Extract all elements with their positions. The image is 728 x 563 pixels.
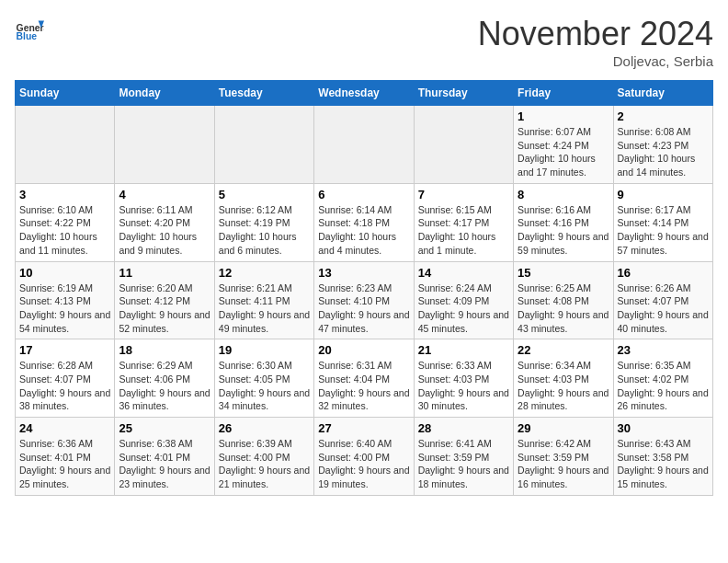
day-info: Sunrise: 6:16 AM Sunset: 4:16 PM Dayligh… [518,203,609,258]
day-number: 21 [418,343,509,357]
day-info: Sunrise: 6:39 AM Sunset: 4:00 PM Dayligh… [219,437,310,491]
day-number: 27 [318,421,409,435]
calendar-cell [314,106,414,184]
day-number: 10 [19,266,110,280]
calendar-week-row: 24Sunrise: 6:36 AM Sunset: 4:01 PM Dayli… [16,418,713,496]
calendar-cell [16,106,115,184]
day-info: Sunrise: 6:19 AM Sunset: 4:13 PM Dayligh… [19,282,110,336]
calendar-header-row: SundayMondayTuesdayWednesdayThursdayFrid… [16,81,713,106]
day-info: Sunrise: 6:30 AM Sunset: 4:05 PM Dayligh… [219,359,310,413]
day-number: 16 [618,266,709,280]
calendar-table: SundayMondayTuesdayWednesdayThursdayFrid… [15,80,713,496]
day-number: 19 [219,343,310,357]
calendar-cell: 13Sunrise: 6:23 AM Sunset: 4:10 PM Dayli… [314,261,414,339]
day-info: Sunrise: 6:33 AM Sunset: 4:03 PM Dayligh… [418,359,509,413]
calendar-cell: 19Sunrise: 6:30 AM Sunset: 4:05 PM Dayli… [214,339,313,418]
day-number: 30 [618,421,709,435]
calendar-cell: 11Sunrise: 6:20 AM Sunset: 4:12 PM Dayli… [115,261,214,339]
day-number: 26 [219,421,310,435]
calendar-cell: 14Sunrise: 6:24 AM Sunset: 4:09 PM Dayli… [414,261,513,339]
day-info: Sunrise: 6:12 AM Sunset: 4:19 PM Dayligh… [219,203,310,258]
day-info: Sunrise: 6:40 AM Sunset: 4:00 PM Dayligh… [318,437,409,491]
calendar-cell: 25Sunrise: 6:38 AM Sunset: 4:01 PM Dayli… [115,418,214,496]
calendar-cell: 5Sunrise: 6:12 AM Sunset: 4:19 PM Daylig… [214,183,313,261]
day-number: 22 [518,343,609,357]
day-info: Sunrise: 6:08 AM Sunset: 4:23 PM Dayligh… [618,125,709,179]
calendar-cell: 15Sunrise: 6:25 AM Sunset: 4:08 PM Dayli… [514,261,613,339]
day-number: 25 [119,421,210,435]
calendar-cell: 28Sunrise: 6:41 AM Sunset: 3:59 PM Dayli… [414,418,513,496]
day-number: 18 [119,343,210,357]
logo: General Blue [15,15,44,44]
day-number: 11 [119,266,210,280]
day-of-week-header: Tuesday [214,81,313,106]
day-number: 14 [418,266,509,280]
day-info: Sunrise: 6:14 AM Sunset: 4:18 PM Dayligh… [318,203,409,258]
calendar-cell: 22Sunrise: 6:34 AM Sunset: 4:03 PM Dayli… [514,339,613,418]
day-info: Sunrise: 6:31 AM Sunset: 4:04 PM Dayligh… [318,359,409,413]
day-number: 8 [518,188,609,201]
calendar-week-row: 3Sunrise: 6:10 AM Sunset: 4:22 PM Daylig… [16,183,713,261]
calendar-cell: 8Sunrise: 6:16 AM Sunset: 4:16 PM Daylig… [514,183,613,261]
calendar-cell: 26Sunrise: 6:39 AM Sunset: 4:00 PM Dayli… [214,418,313,496]
calendar-week-row: 1Sunrise: 6:07 AM Sunset: 4:24 PM Daylig… [16,106,713,184]
day-of-week-header: Wednesday [314,81,414,106]
calendar-cell: 9Sunrise: 6:17 AM Sunset: 4:14 PM Daylig… [613,183,712,261]
day-number: 12 [219,266,310,280]
day-number: 24 [19,421,110,435]
day-number: 13 [318,266,409,280]
day-info: Sunrise: 6:11 AM Sunset: 4:20 PM Dayligh… [119,203,210,258]
day-info: Sunrise: 6:25 AM Sunset: 4:08 PM Dayligh… [518,282,609,336]
day-info: Sunrise: 6:29 AM Sunset: 4:06 PM Dayligh… [119,359,210,413]
calendar-cell [115,106,214,184]
calendar-cell: 30Sunrise: 6:43 AM Sunset: 3:58 PM Dayli… [613,418,712,496]
day-info: Sunrise: 6:26 AM Sunset: 4:07 PM Dayligh… [618,282,709,336]
title-block: November 2024 Doljevac, Serbia [478,15,713,69]
day-info: Sunrise: 6:43 AM Sunset: 3:58 PM Dayligh… [618,437,709,491]
day-of-week-header: Thursday [414,81,513,106]
day-number: 2 [618,109,709,123]
day-number: 5 [219,188,310,201]
calendar-cell: 12Sunrise: 6:21 AM Sunset: 4:11 PM Dayli… [214,261,313,339]
day-of-week-header: Saturday [613,81,712,106]
day-number: 28 [418,421,509,435]
calendar-cell: 20Sunrise: 6:31 AM Sunset: 4:04 PM Dayli… [314,339,414,418]
page-header: General Blue November 2024 Doljevac, Ser… [15,15,713,69]
calendar-cell: 1Sunrise: 6:07 AM Sunset: 4:24 PM Daylig… [514,106,613,184]
day-number: 6 [318,188,409,201]
calendar-cell: 23Sunrise: 6:35 AM Sunset: 4:02 PM Dayli… [613,339,712,418]
calendar-cell [214,106,313,184]
month-title: November 2024 [478,15,713,53]
day-number: 4 [119,188,210,201]
day-info: Sunrise: 6:38 AM Sunset: 4:01 PM Dayligh… [119,437,210,491]
day-number: 29 [518,421,609,435]
calendar-cell: 27Sunrise: 6:40 AM Sunset: 4:00 PM Dayli… [314,418,414,496]
calendar-cell: 7Sunrise: 6:15 AM Sunset: 4:17 PM Daylig… [414,183,513,261]
day-number: 9 [618,188,709,201]
day-of-week-header: Sunday [16,81,115,106]
day-info: Sunrise: 6:36 AM Sunset: 4:01 PM Dayligh… [19,437,110,491]
day-number: 20 [318,343,409,357]
day-info: Sunrise: 6:34 AM Sunset: 4:03 PM Dayligh… [518,359,609,413]
day-number: 3 [19,188,110,201]
day-number: 1 [518,109,609,123]
location: Doljevac, Serbia [478,53,713,69]
day-info: Sunrise: 6:17 AM Sunset: 4:14 PM Dayligh… [618,203,709,258]
calendar-cell: 24Sunrise: 6:36 AM Sunset: 4:01 PM Dayli… [16,418,115,496]
day-of-week-header: Friday [514,81,613,106]
day-number: 17 [19,343,110,357]
calendar-cell: 3Sunrise: 6:10 AM Sunset: 4:22 PM Daylig… [16,183,115,261]
calendar-week-row: 10Sunrise: 6:19 AM Sunset: 4:13 PM Dayli… [16,261,713,339]
calendar-cell: 21Sunrise: 6:33 AM Sunset: 4:03 PM Dayli… [414,339,513,418]
day-info: Sunrise: 6:10 AM Sunset: 4:22 PM Dayligh… [19,203,110,258]
svg-text:Blue: Blue [17,31,38,41]
calendar-cell: 17Sunrise: 6:28 AM Sunset: 4:07 PM Dayli… [16,339,115,418]
calendar-cell [414,106,513,184]
day-of-week-header: Monday [115,81,214,106]
calendar-week-row: 17Sunrise: 6:28 AM Sunset: 4:07 PM Dayli… [16,339,713,418]
calendar-cell: 4Sunrise: 6:11 AM Sunset: 4:20 PM Daylig… [115,183,214,261]
day-number: 23 [618,343,709,357]
day-info: Sunrise: 6:35 AM Sunset: 4:02 PM Dayligh… [618,359,709,413]
day-number: 7 [418,188,509,201]
day-info: Sunrise: 6:24 AM Sunset: 4:09 PM Dayligh… [418,282,509,336]
